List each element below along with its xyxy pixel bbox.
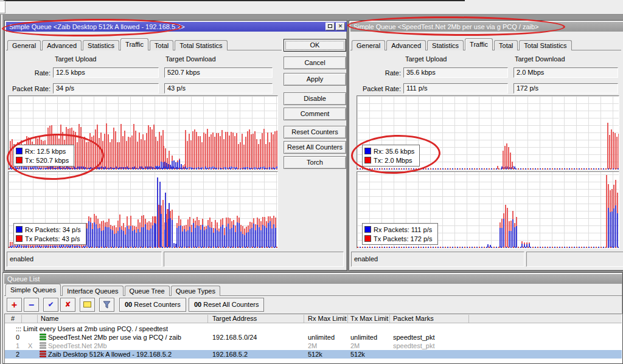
enable-button[interactable]: ✔ (43, 298, 58, 312)
title-bar[interactable]: Simple Queue <SpeedTest.Net 2Mb per use … (350, 22, 623, 32)
torch-button[interactable]: Torch (284, 156, 346, 169)
reset-counters-button[interactable]: Reset Counters (284, 126, 346, 139)
tx-label: Tx: (374, 157, 383, 164)
disable-button[interactable]: Disable (284, 92, 346, 105)
tab-queue-types[interactable]: Queue Types (171, 286, 220, 296)
column-header-rx-max[interactable]: Rx Max Limit (308, 315, 347, 322)
dialog-title: Simple Queue <SpeedTest.Net 2Mb per use … (353, 23, 539, 30)
simple-queue-dialog-right: Simple Queue <SpeedTest.Net 2Mb per use … (349, 20, 623, 271)
comment-row[interactable]: ::: Limit every Users at 2mb using PCQ. … (5, 325, 622, 333)
tab-general[interactable]: General (7, 40, 41, 50)
title-bar[interactable]: Queue List (4, 274, 622, 284)
queue-packet-marks: speedtest_pkt (393, 342, 467, 350)
queue-icon-disabled (40, 342, 46, 349)
column-divider[interactable] (347, 315, 348, 323)
queue-name: Zaib Desktop 512k A llowed - 192.168.5.2 (48, 350, 206, 359)
tab-queue-tree[interactable]: Queue Tree (125, 286, 170, 296)
column-divider[interactable] (207, 315, 208, 323)
reset-all-counters-label: Reset All Counters (203, 301, 259, 308)
packet-rate-upload-field[interactable]: 34 p/s (53, 83, 159, 94)
rate-label: Rate: (354, 69, 401, 77)
top-toolbar-strip (0, 0, 623, 15)
queue-tx-limit: 2M (350, 342, 388, 350)
reset-counters-button[interactable]: 00 Reset Counters (119, 298, 186, 312)
tx-label: Tx: (25, 157, 34, 164)
column-header-tx-max[interactable]: Tx Max Limit (350, 315, 388, 322)
tab-advanced[interactable]: Advanced (386, 40, 426, 50)
tab-statistics[interactable]: Statistics (427, 40, 464, 50)
queue-list-tabs: Simple Queues Interface Queues Queue Tre… (5, 284, 221, 296)
reset-all-counters-button[interactable]: Reset All Counters (284, 141, 346, 154)
disable-button[interactable]: ✘ (60, 298, 75, 312)
rate-upload-field[interactable]: 35.6 kbps (403, 67, 508, 78)
target-upload-header: Target Upload (55, 55, 97, 63)
tx-packets-value: 172 p/s (411, 235, 433, 242)
rx-value: 35.6 kbps (386, 148, 415, 155)
queue-row-1[interactable]: 1 X SpeedTest.Net 2Mb 2M 2M speedtest_pk… (5, 342, 622, 350)
queue-rx-limit: 2M (308, 342, 346, 350)
queue-rx-limit: 512k (308, 350, 346, 359)
title-bar-buttons: ✕ (325, 22, 345, 30)
tab-total[interactable]: Total (150, 40, 173, 50)
column-divider[interactable] (304, 315, 304, 323)
packet-graph: Rx Packets: 111 p/s Tx Packets: 172 p/s (357, 171, 619, 249)
queue-target: 192.168.5.2 (212, 350, 302, 359)
tx-swatch (16, 235, 23, 242)
packet-rate-download-field[interactable]: 172 p/s (513, 83, 618, 94)
tab-traffic[interactable]: Traffic (465, 38, 493, 50)
rx-swatch (16, 226, 23, 233)
filter-button[interactable] (99, 298, 114, 312)
column-divider[interactable] (37, 315, 38, 323)
column-divider[interactable] (389, 315, 390, 323)
status-bar-left: enabled (351, 252, 524, 267)
rx-swatch (364, 148, 371, 154)
tab-interface-queues[interactable]: Interface Queues (62, 286, 123, 296)
apply-button[interactable]: Apply (284, 73, 346, 86)
tab-traffic[interactable]: Traffic (120, 38, 148, 50)
tab-general[interactable]: General (352, 40, 385, 50)
column-divider[interactable] (21, 315, 22, 323)
queue-row-0[interactable]: 0 SpeedTest.Net 2Mb per use via g PCQ / … (5, 333, 622, 342)
rate-download-field[interactable]: 520.7 kbps (164, 67, 273, 78)
tab-total[interactable]: Total (494, 40, 518, 50)
rate-graph: Rx: 35.6 kbps Tx: 2.0 Mbps (357, 95, 619, 170)
rx-packets-label: Rx Packets: (25, 226, 61, 233)
packet-rate-upload-field[interactable]: 111 p/s (403, 83, 508, 94)
tab-total-statistics[interactable]: Total Statistics (519, 40, 571, 50)
status-bar-right (526, 252, 623, 267)
row-number: 0 (5, 333, 19, 342)
remove-button[interactable]: − (24, 298, 39, 312)
ok-button[interactable]: OK (284, 39, 346, 52)
tab-advanced[interactable]: Advanced (42, 40, 82, 50)
close-icon: ✕ (338, 23, 343, 29)
graph-baseline (9, 168, 277, 170)
close-button[interactable]: ✕ (336, 22, 345, 30)
column-divider[interactable] (468, 315, 469, 323)
column-header-packet-marks[interactable]: Packet Marks (393, 315, 434, 322)
rate-legend: Rx: 12.5 kbps Tx: 520.7 kbps (13, 145, 74, 167)
tx-packets-label: Tx Packets: (374, 235, 408, 242)
rate-download-field[interactable]: 2.0 Mbps (513, 67, 618, 78)
comment-button[interactable] (80, 298, 95, 312)
tab-statistics[interactable]: Statistics (83, 40, 119, 50)
dialog-title: Simple Queue <Zaib Desktop 512k A llowed… (9, 23, 185, 30)
column-header-name[interactable]: Name (41, 315, 58, 322)
column-header-target[interactable]: Target Address (212, 315, 257, 322)
rate-upload-field[interactable]: 12.5 kbps (53, 67, 159, 78)
status-bar-right (164, 252, 344, 267)
packet-rate-download-field[interactable]: 43 p/s (164, 83, 273, 94)
rx-value: 12.5 kbps (37, 148, 66, 155)
cancel-button[interactable]: Cancel (284, 57, 346, 69)
graph-baseline (9, 247, 277, 248)
comment-button[interactable]: Comment (284, 108, 346, 120)
add-button[interactable]: + (7, 298, 22, 312)
dialog-tabs: General Advanced Statistics Traffic Tota… (352, 38, 573, 50)
queue-row-2-selected[interactable]: 2 Zaib Desktop 512k A llowed - 192.168.5… (5, 350, 622, 359)
reset-all-counters-button[interactable]: 00 Reset All Counters (189, 298, 264, 312)
maximize-button[interactable] (325, 22, 335, 30)
column-header-num[interactable]: # (11, 315, 15, 322)
tab-total-statistics[interactable]: Total Statistics (175, 40, 227, 50)
maximize-icon (328, 24, 332, 28)
title-bar[interactable]: Simple Queue <Zaib Desktop 512k A llowed… (6, 22, 347, 32)
tab-simple-queues[interactable]: Simple Queues (5, 284, 61, 296)
